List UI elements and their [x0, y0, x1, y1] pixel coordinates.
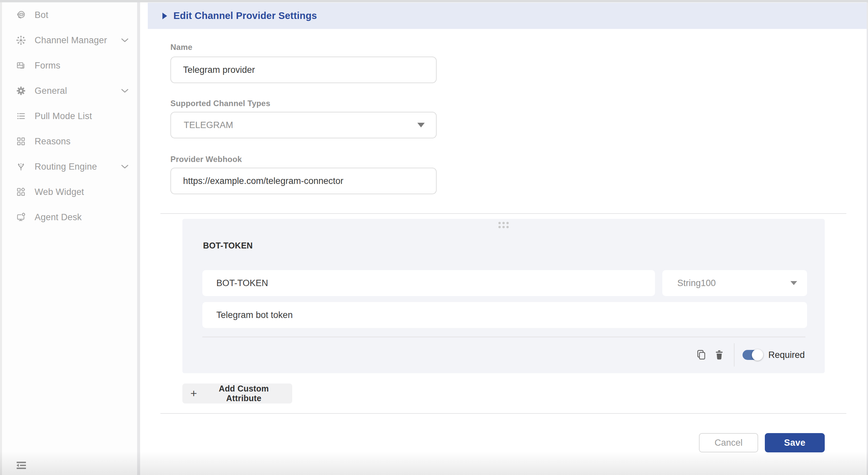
custom-attribute-card: BOT-TOKEN String100: [182, 219, 825, 373]
webhook-label: Provider Webhook: [170, 155, 242, 164]
actions-divider: [734, 343, 735, 367]
main-scrollbar-track: [867, 2, 868, 475]
copy-icon: [696, 349, 706, 360]
sidebar-item-label: Agent Desk: [35, 212, 82, 223]
dropdown-caret-icon: [790, 281, 797, 285]
sidebar-item-label: General: [35, 86, 67, 96]
desk-icon: [15, 212, 27, 223]
gear-icon: [15, 85, 27, 96]
collapse-sidebar-icon[interactable]: [15, 461, 28, 471]
toggle-knob: [752, 349, 763, 360]
app-window: Bot Channel Manager: [0, 0, 868, 475]
delete-attribute-button[interactable]: [715, 350, 724, 360]
channel-types-value: TELEGRAM: [184, 120, 233, 130]
sidebar-item-label: Bot: [35, 10, 48, 20]
sidebar-item-forms[interactable]: Forms: [2, 53, 137, 78]
sidebar-item-agent-desk[interactable]: Agent Desk: [2, 204, 137, 230]
section-arrow-icon[interactable]: [162, 13, 167, 19]
add-custom-attribute-label: Add Custom Attribute: [204, 384, 284, 403]
cancel-button[interactable]: Cancel: [699, 433, 758, 452]
sidebar-scrollbar-track: [137, 2, 140, 475]
card-divider: [203, 337, 805, 337]
attribute-name-input[interactable]: [203, 270, 655, 296]
sidebar-item-general[interactable]: General: [2, 78, 137, 103]
attribute-card-title: BOT-TOKEN: [203, 241, 253, 251]
attribute-type-select[interactable]: String100: [662, 270, 807, 296]
bot-icon: [15, 9, 27, 21]
sidebar-item-label: Pull Mode List: [35, 111, 92, 121]
trash-icon: [715, 350, 724, 360]
channel-types-label: Supported Channel Types: [170, 99, 270, 108]
page-title: Edit Channel Provider Settings: [174, 10, 317, 21]
sidebar-item-bot[interactable]: Bot: [2, 2, 137, 28]
dropdown-caret-icon: [417, 123, 425, 127]
sidebar-item-label: Routing Engine: [35, 162, 97, 172]
sidebar-item-web-widget[interactable]: Web Widget: [2, 179, 137, 204]
routing-icon: [15, 161, 27, 172]
webhook-input[interactable]: [170, 168, 437, 194]
copy-attribute-button[interactable]: [696, 349, 706, 360]
name-input[interactable]: [170, 57, 437, 83]
sidebar-item-pull-mode-list[interactable]: Pull Mode List: [2, 103, 137, 129]
forms-icon: [15, 60, 27, 71]
save-button[interactable]: Save: [765, 433, 825, 452]
add-custom-attribute-button[interactable]: + Add Custom Attribute: [182, 383, 292, 404]
channel-types-select[interactable]: TELEGRAM: [170, 112, 437, 138]
name-label: Name: [170, 42, 192, 52]
chevron-down-icon: [121, 38, 128, 42]
window-top-edge: [0, 0, 868, 2]
attribute-type-value: String100: [677, 278, 716, 288]
sidebar-item-routing-engine[interactable]: Routing Engine: [2, 154, 137, 179]
sidebar-item-channel-manager[interactable]: Channel Manager: [2, 28, 137, 53]
sidebar-item-label: Forms: [35, 61, 61, 71]
attribute-description-row: [203, 302, 807, 328]
attribute-name-row: String100: [203, 270, 807, 296]
drag-handle-icon[interactable]: [499, 222, 509, 228]
chevron-down-icon: [121, 89, 128, 93]
footer-divider: [160, 413, 846, 414]
required-toggle[interactable]: [743, 350, 763, 360]
attribute-description-input[interactable]: [203, 302, 807, 328]
sidebar-item-reasons[interactable]: Reasons: [2, 129, 137, 154]
hub-icon: [15, 35, 27, 46]
required-label: Required: [768, 350, 805, 360]
widget-icon: [15, 186, 27, 198]
grid-icon: [15, 136, 27, 147]
sidebar: Bot Channel Manager: [2, 2, 137, 475]
list-icon: [15, 110, 27, 122]
attribute-actions: Required: [696, 343, 805, 367]
sidebar-item-label: Reasons: [35, 136, 70, 147]
chevron-down-icon: [121, 164, 128, 169]
sidebar-item-label: Web Widget: [35, 187, 84, 197]
section-divider: [160, 213, 846, 214]
plus-icon: +: [190, 387, 197, 399]
page-header: Edit Channel Provider Settings: [148, 3, 867, 29]
sidebar-item-label: Channel Manager: [35, 35, 107, 45]
